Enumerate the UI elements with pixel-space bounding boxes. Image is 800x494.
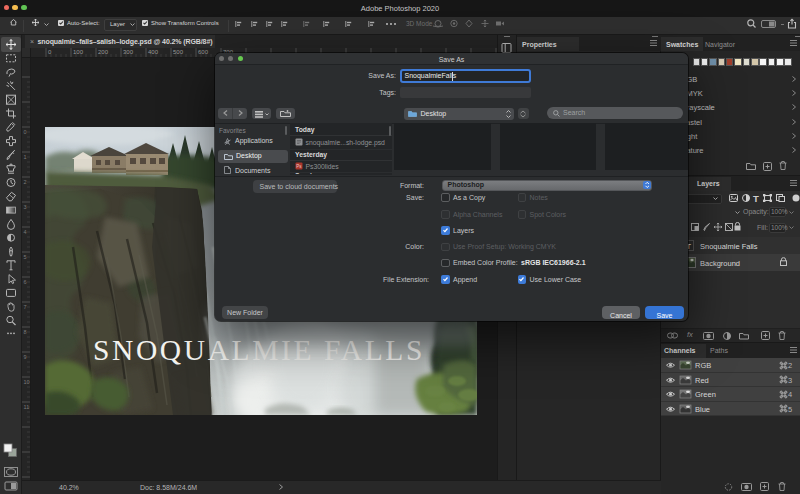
- svg-text:Ps: Ps: [296, 164, 302, 169]
- svg-text:SNOQUALMIE FALLS: SNOQUALMIE FALLS: [93, 334, 425, 366]
